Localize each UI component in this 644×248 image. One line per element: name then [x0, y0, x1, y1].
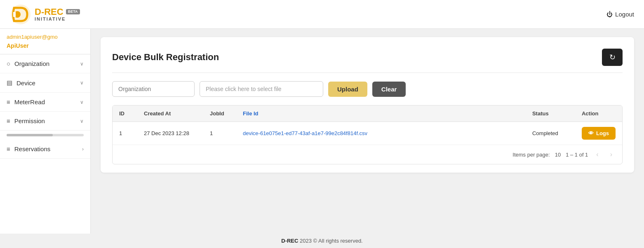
col-header-fileid: File Id	[236, 105, 526, 122]
organization-input[interactable]	[112, 81, 195, 97]
cell-status: Completed	[526, 122, 575, 145]
top-nav: D-REC BETA INITIATIVE ⏻ Logout	[0, 0, 644, 29]
sidebar-item-reservations[interactable]: ≡ Reservations ›	[0, 140, 90, 159]
main-card: Device Bulk Registration ↻ Please click …	[101, 37, 634, 173]
clear-button[interactable]: Clear	[372, 82, 406, 97]
reservations-icon: ≡	[7, 145, 10, 152]
logout-label: Logout	[615, 11, 634, 18]
cell-id: 1	[113, 122, 137, 145]
sidebar-item-device-left: ▤ Device	[7, 79, 35, 87]
cell-file-id: device-61e075e1-ed77-43af-a1e7-99e2c84f8…	[236, 122, 526, 145]
sidebar-item-device[interactable]: ▤ Device ∨	[0, 73, 90, 93]
pagination-next-button[interactable]: ›	[607, 149, 616, 160]
sidebar-item-permission-left: ≡ Permission	[7, 117, 45, 124]
upload-button[interactable]: Upload	[328, 82, 367, 97]
sidebar-label-meterread: MeterRead	[14, 98, 45, 105]
items-per-page-label: Items per page:	[512, 152, 550, 158]
content-area: Device Bulk Registration ↻ Please click …	[91, 29, 644, 234]
filter-row: Please click here to select file Upload …	[112, 81, 623, 97]
table-row: 1 27 Dec 2023 12:28 1 device-61e075e1-ed…	[113, 122, 622, 145]
meterread-icon: ≡	[7, 98, 10, 105]
sidebar-scrollbar	[7, 134, 84, 136]
sidebar-user-role: ApiUser	[0, 42, 90, 54]
main-layout: admin1apiuser@gmo ApiUser ○ Organization…	[0, 29, 644, 234]
items-per-page-value: 10	[555, 152, 561, 158]
pagination-range: 1 – 1 of 1	[566, 152, 588, 158]
chevron-down-icon-4: ∨	[80, 118, 84, 124]
sidebar-user-email: admin1apiuser@gmo	[0, 29, 90, 42]
footer-text: 2023 © All rights reserved.	[300, 238, 363, 244]
device-icon: ▤	[7, 79, 12, 87]
sidebar-label-organization: Organization	[14, 60, 49, 67]
organization-icon: ○	[7, 60, 10, 67]
sidebar-label-permission: Permission	[14, 117, 45, 124]
chevron-right-icon: ›	[82, 146, 84, 152]
power-icon: ⏻	[606, 11, 613, 18]
chevron-down-icon-3: ∨	[80, 99, 84, 105]
logo-text: D-REC BETA INITIATIVE	[35, 7, 80, 21]
permission-icon: ≡	[7, 117, 10, 124]
file-input-area[interactable]: Please click here to select file	[200, 81, 323, 97]
drec-logo-icon	[10, 4, 31, 25]
logo-title: D-REC BETA	[35, 7, 80, 16]
col-header-status: Status	[526, 105, 575, 122]
table-header-row: ID Created At JobId File Id Status Actio…	[113, 105, 622, 122]
eye-icon: 👁	[588, 130, 594, 136]
cell-created-at: 27 Dec 2023 12:28	[137, 122, 203, 145]
sidebar-scrollbar-thumb	[7, 134, 53, 136]
logs-button[interactable]: 👁 Logs	[582, 127, 616, 140]
logout-button[interactable]: ⏻ Logout	[606, 11, 634, 18]
logo-name: D-REC	[35, 7, 63, 16]
sidebar-item-organization-left: ○ Organization	[7, 60, 49, 67]
sidebar-item-organization[interactable]: ○ Organization ∨	[0, 54, 90, 73]
sidebar-item-meterread[interactable]: ≡ MeterRead ∨	[0, 93, 90, 112]
card-header: Device Bulk Registration ↻	[112, 49, 623, 73]
footer-brand: D-REC	[281, 238, 298, 244]
page-title: Device Bulk Registration	[112, 52, 219, 63]
svg-rect-2	[13, 12, 16, 17]
col-header-action: Action	[575, 105, 622, 122]
footer: D-REC 2023 © All rights reserved.	[0, 234, 644, 248]
data-table-container: ID Created At JobId File Id Status Actio…	[112, 105, 623, 164]
registrations-table: ID Created At JobId File Id Status Actio…	[113, 105, 622, 145]
sidebar-label-reservations: Reservations	[14, 145, 51, 152]
col-header-created-at: Created At	[137, 105, 203, 122]
col-header-id: ID	[113, 105, 137, 122]
logo-subtitle: INITIATIVE	[35, 16, 80, 21]
pagination-row: Items per page: 10 1 – 1 of 1 ‹ ›	[113, 145, 622, 164]
sidebar-label-device: Device	[16, 80, 35, 87]
sidebar: admin1apiuser@gmo ApiUser ○ Organization…	[0, 29, 91, 234]
refresh-icon: ↻	[609, 53, 616, 62]
col-header-jobid: JobId	[203, 105, 236, 122]
sidebar-item-meterread-left: ≡ MeterRead	[7, 98, 45, 105]
refresh-button[interactable]: ↻	[602, 49, 623, 66]
sidebar-item-reservations-left: ≡ Reservations	[7, 145, 50, 152]
beta-badge: BETA	[66, 9, 80, 14]
cell-job-id: 1	[203, 122, 236, 145]
sidebar-item-permission[interactable]: ≡ Permission ∨	[0, 112, 90, 131]
logo-area: D-REC BETA INITIATIVE	[10, 4, 80, 25]
pagination-prev-button[interactable]: ‹	[593, 149, 602, 160]
cell-action: 👁 Logs	[575, 122, 622, 145]
chevron-down-icon: ∨	[80, 61, 84, 67]
chevron-down-icon-2: ∨	[80, 80, 84, 86]
